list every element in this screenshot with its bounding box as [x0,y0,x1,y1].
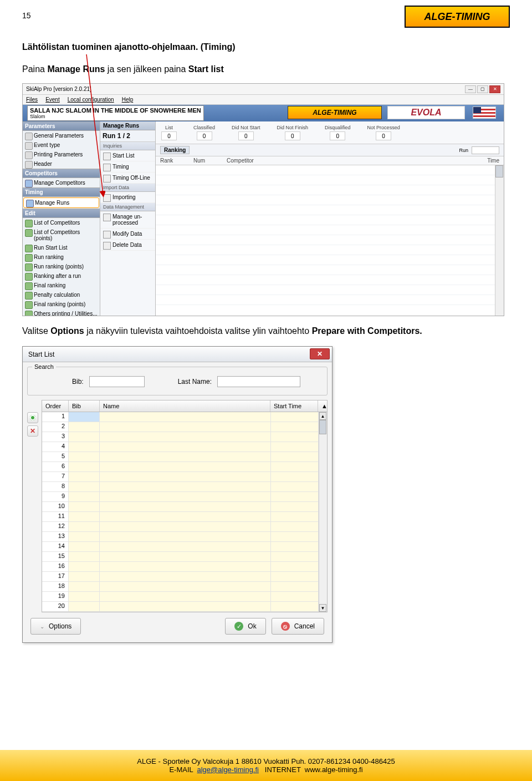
run-dropdown[interactable] [472,146,499,154]
col-start-time[interactable]: Start Time [270,400,318,412]
footer-line2: E-MAIL alge@alge-timing.fi INTERNET www.… [169,765,362,774]
window-minimize[interactable]: — [465,85,476,93]
table-row[interactable]: 20 [42,602,327,612]
scroll-down-icon[interactable]: ▼ [319,604,326,612]
mid-section: Data Management [100,203,155,211]
sidebar-item[interactable]: List of Competitors [23,218,100,227]
ok-button[interactable]: ✓Ok [225,618,265,635]
instruction-2: Valitse Options ja näkyviin tulevista va… [22,326,510,336]
lastname-label: Last Name: [178,378,212,386]
table-row[interactable]: 4 [42,442,327,452]
window-maximize[interactable]: ▢ [477,85,488,93]
run-indicator: Run 1 / 2 [100,130,155,142]
table-row[interactable]: 9 [42,492,327,502]
table-row[interactable]: 6 [42,462,327,472]
mid-item-timing[interactable]: Timing [100,161,155,173]
table-header: Order Bib Name Start Time ▲ [42,400,328,412]
mid-item-timing-off[interactable]: Timing Off-Line [100,173,155,184]
section-edit: Edit [23,209,100,218]
col-rank: Rank [160,158,193,164]
col-name[interactable]: Name [100,400,270,412]
table-row[interactable]: 1 [42,412,327,422]
table-row[interactable]: 12 [42,522,327,532]
event-subtitle: Slalom [30,114,201,119]
delete-row-button[interactable] [27,425,38,437]
bib-input[interactable] [89,376,145,387]
mid-item-importing[interactable]: Importing [100,192,155,203]
col-bib[interactable]: Bib [69,400,100,412]
scroll-thumb[interactable] [495,165,503,178]
table-row[interactable]: 3 [42,432,327,442]
table-row[interactable]: 16 [42,562,327,572]
col-time: Time [472,158,499,164]
table-row[interactable]: 5 [42,452,327,462]
table-row[interactable]: 19 [42,592,327,602]
sidebar-item[interactable]: Run Start List [23,243,100,252]
table-row[interactable]: 17 [42,572,327,582]
sidebar-item[interactable]: Final ranking (points) [23,300,100,309]
brand-logo: ALGE-TIMING [405,6,510,28]
mid-item[interactable]: Manage un-processed [100,211,155,229]
col-num: Num [193,158,227,164]
footer-url: www.alge-timing.fi [305,765,363,774]
window-close[interactable]: ✕ [489,85,500,93]
col-order[interactable]: Order [42,400,69,412]
col-scroll: ▲ [318,400,327,412]
col-competitor: Competitor [227,158,472,164]
dialog-titlebar: Start List ✕ [23,347,332,362]
cancel-button[interactable]: ⦸Cancel [272,618,324,635]
table-row[interactable]: 18 [42,582,327,592]
stat-cell: Did Not Start0 [232,125,260,140]
mid-section: Import Data [100,184,155,192]
dialog-scroll-thumb[interactable] [319,420,326,434]
table-row[interactable]: 8 [42,482,327,492]
ranking-label: Ranking [160,146,190,154]
table-body: ▲ ▼ 1234567891011121314151617181920 [42,412,328,612]
run-label: Run [459,148,468,153]
menu-help[interactable]: Help [122,97,134,103]
menu-files[interactable]: Files [26,97,38,103]
lastname-input[interactable] [217,376,300,387]
mid-item-startlist[interactable]: Start List [100,150,155,161]
start-list-dialog: Start List ✕ Search Bib: Last Name: Orde… [22,346,332,643]
search-legend: Search [32,363,56,370]
dialog-scrollbar[interactable] [319,412,327,612]
footer-email-link[interactable]: alge@alge-timing.fi [197,765,259,774]
sidebar-item[interactable]: Run ranking (points) [23,262,100,271]
table-row[interactable]: 14 [42,542,327,552]
table-row[interactable]: 2 [42,422,327,432]
stat-cell: Not Processed0 [367,125,400,140]
bib-label: Bib: [72,378,84,386]
add-row-button[interactable] [27,412,38,423]
sidebar-item[interactable]: Run ranking [23,252,100,262]
mid-item[interactable]: Modify Data [100,229,155,240]
options-button[interactable]: ⌄Options [30,618,81,635]
table-row[interactable]: 11 [42,512,327,522]
table-row[interactable]: 15 [42,552,327,562]
brand-logo-text: ALGE-TIMING [424,11,490,23]
search-fieldset: Search Bib: Last Name: [27,367,328,395]
table-row[interactable]: 7 [42,472,327,482]
table-row[interactable]: 10 [42,502,327,512]
chevron-down-icon: ⌄ [40,623,44,630]
scrollbar[interactable] [495,165,504,316]
sidebar-item-manage-runs[interactable]: Manage Runs [23,197,99,208]
sidebar-item[interactable]: List of Competitors (points) [23,227,100,243]
sidebar-item[interactable]: Penalty calculation [23,290,100,300]
mid-panel: Manage Runs Run 1 / 2 Inquiries Start Li… [100,121,156,316]
mid-item[interactable]: Delete Data [100,240,155,251]
table-row[interactable]: 13 [42,532,327,542]
main-panel: List0 Classified0 Did Not Start0 Did Not… [156,121,504,316]
annotation-arrow [83,54,105,199]
svg-line-0 [86,54,103,194]
evola-logo-icon: EVOLA [387,106,465,119]
alge-logo-icon: ALGE-TIMING [288,106,382,119]
dialog-close-button[interactable]: ✕ [310,348,330,359]
menu-event[interactable]: Event [45,97,60,103]
stat-cell: Disqualified0 [325,125,351,140]
sidebar-item[interactable]: Ranking after a run [23,271,100,281]
scroll-up-icon[interactable]: ▲ [319,412,326,420]
sidebar-item[interactable]: Final ranking [23,281,100,290]
sidebar-item[interactable]: Others printing / Utilities... [23,309,100,316]
cancel-icon: ⦸ [281,622,290,631]
